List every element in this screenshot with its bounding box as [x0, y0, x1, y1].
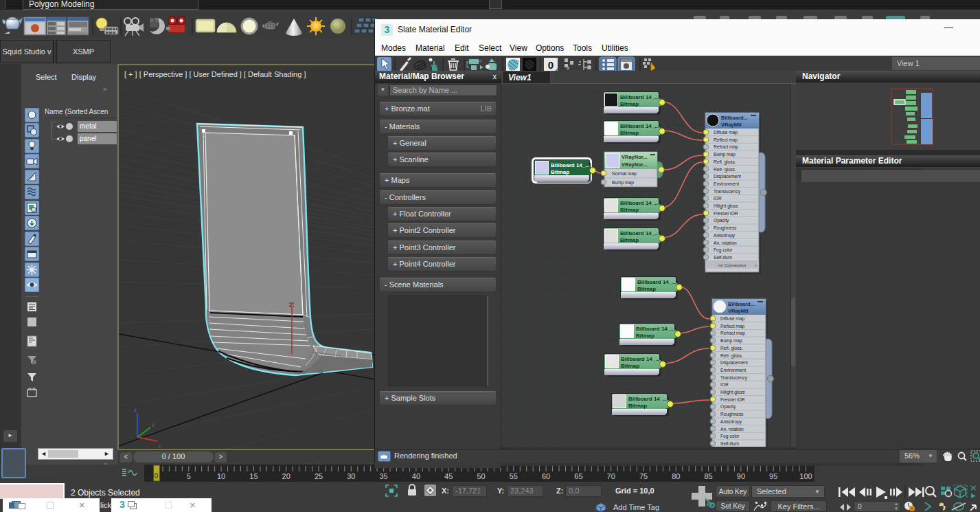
- svg-text:55: 55: [510, 472, 518, 480]
- svg-text:Billboard...: Billboard...: [728, 301, 755, 307]
- svg-text:100: 100: [799, 472, 812, 480]
- svg-text:85: 85: [704, 472, 712, 480]
- svg-text:Displacement: Displacement: [720, 360, 748, 366]
- svg-text:60: 60: [542, 472, 550, 480]
- svg-text:z: z: [134, 407, 137, 413]
- svg-text:0: 0: [548, 59, 554, 71]
- svg-text:An. rotation: An. rotation: [714, 241, 737, 245]
- svg-text:50: 50: [477, 472, 485, 480]
- svg-text:Opacity: Opacity: [714, 218, 729, 223]
- svg-text:mr Connection: mr Connection: [718, 263, 747, 267]
- svg-text:Bitmap: Bitmap: [620, 130, 639, 136]
- svg-text:Refract map: Refract map: [720, 331, 745, 336]
- svg-text:Hilight gloss: Hilight gloss: [714, 203, 738, 209]
- svg-text:Bump map: Bump map: [720, 338, 742, 344]
- svg-text:IOR: IOR: [720, 382, 729, 387]
- svg-text:Bitmap: Bitmap: [628, 403, 647, 409]
- svg-text:10: 10: [217, 472, 225, 480]
- svg-text:Bitmap: Bitmap: [620, 237, 639, 243]
- svg-text:Diffuse map: Diffuse map: [714, 130, 738, 135]
- svg-text:90: 90: [737, 472, 745, 480]
- svg-text:Translucency: Translucency: [720, 375, 748, 381]
- svg-text:Billboard 14_...: Billboard 14_...: [636, 326, 675, 332]
- svg-text:Self-illum: Self-illum: [720, 441, 740, 446]
- svg-text:Anisotropy: Anisotropy: [720, 419, 742, 425]
- svg-text:Environment: Environment: [720, 368, 746, 372]
- svg-text:Reflect map: Reflect map: [720, 324, 745, 329]
- svg-text:75: 75: [639, 472, 648, 480]
- svg-text:Bitmap: Bitmap: [621, 363, 639, 369]
- svg-text:Fresnel IOR: Fresnel IOR: [720, 397, 745, 402]
- svg-text:Billboard 14_...: Billboard 14_...: [620, 123, 659, 129]
- svg-text:Self-illum: Self-illum: [714, 255, 733, 260]
- svg-text:35: 35: [379, 472, 387, 480]
- svg-text:Bitmap: Bitmap: [637, 286, 656, 292]
- svg-text:Fresnel IOR: Fresnel IOR: [714, 211, 738, 216]
- svg-text:Billboard 14_...: Billboard 14_...: [637, 279, 676, 285]
- svg-text:VRayMtl: VRayMtl: [721, 122, 742, 128]
- svg-text:Anisotropy: Anisotropy: [714, 233, 736, 238]
- svg-text:Displacement: Displacement: [714, 174, 741, 179]
- svg-text:70: 70: [607, 472, 615, 480]
- svg-text:Bitmap: Bitmap: [551, 169, 569, 175]
- svg-text:80: 80: [672, 472, 680, 480]
- svg-text:Diffuse map: Diffuse map: [720, 316, 744, 322]
- svg-text:VRayMtl: VRayMtl: [728, 308, 749, 314]
- svg-text:65: 65: [574, 472, 582, 480]
- svg-text:5: 5: [187, 472, 191, 480]
- svg-text:Bitmap: Bitmap: [620, 207, 639, 213]
- svg-text:Billboard 14_...: Billboard 14_...: [621, 356, 660, 362]
- svg-text:Billboard 14_...: Billboard 14_...: [628, 396, 668, 402]
- svg-text:Billboard 14_...: Billboard 14_...: [620, 94, 659, 100]
- svg-text:Translucency: Translucency: [714, 189, 741, 194]
- svg-text:30: 30: [347, 472, 355, 480]
- svg-text:Roughness: Roughness: [714, 225, 737, 231]
- svg-text:Billboard 14_...: Billboard 14_...: [620, 200, 659, 206]
- svg-text:VRayNor...: VRayNor...: [622, 154, 648, 160]
- svg-text:Fog color: Fog color: [714, 247, 733, 253]
- svg-text:Billboard 14_...: Billboard 14_...: [551, 162, 590, 168]
- svg-text:25: 25: [315, 472, 323, 480]
- svg-text:IOR: IOR: [714, 196, 722, 201]
- svg-text:Reflect map: Reflect map: [714, 137, 738, 143]
- svg-text:Bump map: Bump map: [612, 180, 634, 186]
- svg-text:45: 45: [444, 472, 453, 480]
- svg-text:20: 20: [282, 472, 290, 480]
- svg-text:Normal map: Normal map: [612, 171, 637, 177]
- svg-text:Fog color: Fog color: [720, 434, 740, 439]
- svg-text:15: 15: [249, 472, 258, 480]
- svg-text:x: x: [158, 443, 161, 449]
- svg-text:Billboard...: Billboard...: [721, 115, 748, 121]
- svg-text:Hilight gloss: Hilight gloss: [720, 390, 745, 395]
- svg-text:Opacity: Opacity: [720, 404, 736, 410]
- svg-text:VRayNor...: VRayNor...: [622, 162, 648, 168]
- svg-text:Roughness: Roughness: [720, 412, 744, 417]
- svg-text:Bump map: Bump map: [714, 152, 736, 157]
- svg-text:Refl. gloss.: Refl. gloss.: [720, 346, 743, 351]
- svg-text:Refr. gloss.: Refr. gloss.: [714, 167, 736, 172]
- svg-text:95: 95: [769, 472, 777, 480]
- svg-text:+: +: [755, 263, 757, 267]
- svg-text:Bitmap: Bitmap: [620, 101, 639, 107]
- svg-text:An. rotation: An. rotation: [720, 427, 744, 432]
- svg-text:0: 0: [155, 472, 159, 480]
- svg-text:Refract map: Refract map: [714, 144, 738, 150]
- svg-text:Refr. gloss.: Refr. gloss.: [720, 353, 743, 359]
- svg-text:Environment: Environment: [714, 181, 739, 186]
- svg-text:y: y: [152, 421, 155, 427]
- svg-text:Billboard 14_...: Billboard 14_...: [620, 230, 659, 236]
- svg-text:40: 40: [412, 472, 420, 480]
- svg-text:y: y: [343, 354, 345, 359]
- svg-text:Bitmap: Bitmap: [636, 333, 654, 339]
- svg-text:Refl. gloss.: Refl. gloss.: [714, 159, 736, 165]
